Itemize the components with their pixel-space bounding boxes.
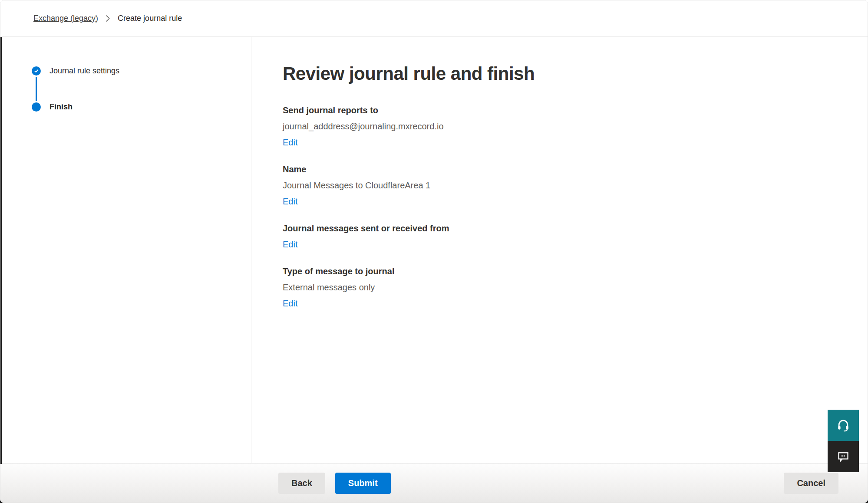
back-button[interactable]: Back [278,473,325,494]
section-type-of-message: Type of message to journal External mess… [283,263,868,312]
footer-action-bar: Back Submit Cancel [0,463,868,503]
wizard-steps-panel: Journal rule settings Finish [2,37,251,463]
section-value: Journal Messages to CloudflareArea 1 [283,178,868,194]
headset-icon [836,418,850,432]
step-finish[interactable]: Finish [32,102,251,112]
section-send-journal-reports-to: Send journal reports to journal_adddress… [283,102,868,151]
breadcrumb-create-journal-rule: Create journal rule [118,14,182,23]
chat-icon [837,450,850,463]
exchange-admin-window: Exchange (legacy) Create journal rule Jo… [0,0,868,503]
breadcrumb: Exchange (legacy) Create journal rule [0,0,868,37]
section-name: Name Journal Messages to CloudflareArea … [283,161,868,210]
section-label: Name [283,161,868,178]
chevron-right-icon [106,15,110,22]
help-support-button[interactable] [828,410,859,441]
review-content: Review journal rule and finish Send jour… [252,37,868,463]
breadcrumb-exchange-legacy[interactable]: Exchange (legacy) [33,14,98,23]
left-edge-strip [0,37,2,464]
step-connector-line [36,77,37,101]
section-label: Type of message to journal [283,263,868,279]
section-label: Journal messages sent or received from [283,220,868,237]
section-value: External messages only [283,279,868,296]
step-completed-check-icon [32,66,41,76]
section-label: Send journal reports to [283,102,868,118]
cancel-button[interactable]: Cancel [784,473,838,494]
section-journal-messages-scope: Journal messages sent or received from E… [283,220,868,253]
feedback-button[interactable] [828,441,859,472]
edit-name-link[interactable]: Edit [283,194,297,210]
section-value: journal_adddress@journaling.mxrecord.io [283,118,868,135]
step-current-dot-icon [32,102,41,112]
step-label: Journal rule settings [50,66,119,76]
edit-journal-messages-link[interactable]: Edit [283,237,297,253]
page-title: Review journal rule and finish [283,63,868,84]
edit-send-journal-reports-link[interactable]: Edit [283,135,297,151]
edit-type-of-message-link[interactable]: Edit [283,296,297,312]
step-journal-rule-settings[interactable]: Journal rule settings [32,66,251,76]
step-label: Finish [50,102,73,112]
submit-button[interactable]: Submit [335,473,391,494]
